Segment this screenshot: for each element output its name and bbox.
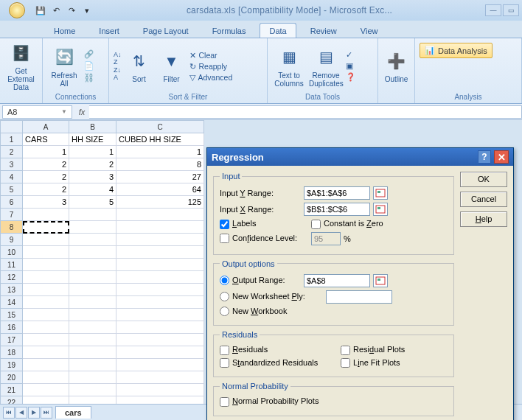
cell-A11[interactable] [23, 259, 69, 271]
help-button[interactable]: Help [460, 211, 507, 227]
consolidate-button[interactable]: ▣ [346, 61, 355, 70]
row-header-1[interactable]: 1 [1, 133, 23, 146]
restore-button[interactable]: ▭ [503, 4, 519, 16]
cell-B4[interactable]: 3 [69, 171, 116, 183]
confidence-checkbox[interactable]: Confidence Level: [220, 234, 308, 244]
cell-C4[interactable]: 27 [116, 171, 204, 183]
name-box[interactable]: A8▼ [2, 105, 72, 119]
sheet-nav-next[interactable]: ▶ [28, 407, 40, 419]
sheet-nav-first[interactable]: ⏮ [3, 407, 15, 419]
refselect-y-button[interactable] [373, 186, 388, 200]
cell-A7[interactable] [23, 209, 69, 221]
refselect-x-button[interactable] [373, 203, 388, 216]
row-header-5[interactable]: 5 [1, 183, 23, 196]
cell-C8[interactable] [116, 221, 204, 234]
cell-B21[interactable] [69, 384, 116, 396]
row-header-19[interactable]: 19 [1, 359, 23, 371]
cell-C20[interactable] [116, 371, 204, 384]
cell-B12[interactable] [69, 271, 116, 284]
cell-A14[interactable] [23, 296, 69, 309]
clear-button[interactable]: ✕ Clear [189, 51, 233, 60]
line-fit-plots-checkbox[interactable]: Line Fit Plots [341, 358, 400, 368]
worksheet-name-input[interactable] [326, 290, 392, 304]
cell-A17[interactable] [23, 334, 69, 346]
cell-B17[interactable] [69, 334, 116, 346]
advanced-button[interactable]: ▽ Advanced [189, 73, 233, 82]
cell-B11[interactable] [69, 259, 116, 271]
dialog-close-button[interactable]: ✕ [494, 150, 509, 164]
office-button[interactable] [3, 1, 31, 19]
cell-B10[interactable] [69, 246, 116, 259]
properties-button[interactable]: 📄 [84, 61, 94, 71]
cell-C9[interactable] [116, 234, 204, 246]
cell-A6[interactable]: 3 [23, 196, 69, 209]
cell-A13[interactable] [23, 284, 69, 296]
cell-A12[interactable] [23, 271, 69, 284]
row-header-15[interactable]: 15 [1, 309, 23, 321]
cell-C1[interactable]: CUBED HH SIZE [116, 133, 204, 146]
edit-links-button[interactable]: ⛓️ [84, 73, 94, 83]
normal-prob-checkbox[interactable]: Normal Probability Plots [220, 396, 319, 407]
cell-B5[interactable]: 4 [69, 183, 116, 196]
dialog-titlebar[interactable]: Regression ? ✕ [207, 148, 513, 166]
save-icon[interactable]: 💾 [34, 4, 47, 17]
undo-icon[interactable]: ↶ [49, 4, 63, 17]
tab-review[interactable]: Review [301, 23, 347, 38]
cell-A18[interactable] [23, 346, 69, 359]
col-header-B[interactable]: B [69, 121, 116, 133]
cell-C11[interactable] [116, 259, 204, 271]
std-residuals-checkbox[interactable]: Standardized Residuals [220, 358, 338, 368]
row-header-11[interactable]: 11 [1, 259, 23, 271]
row-header-16[interactable]: 16 [1, 321, 23, 334]
row-header-10[interactable]: 10 [1, 246, 23, 259]
cell-A16[interactable] [23, 321, 69, 334]
cell-C17[interactable] [116, 334, 204, 346]
row-header-8[interactable]: 8 [1, 221, 23, 234]
reapply-button[interactable]: ↻ Reapply [189, 62, 233, 71]
cell-C7[interactable] [116, 209, 204, 221]
fx-icon[interactable]: fx [74, 108, 89, 116]
sheet-nav-last[interactable]: ⏭ [41, 407, 52, 419]
sheet-tab-cars[interactable]: cars [55, 406, 91, 419]
sort-za-button[interactable]: Z↓A [114, 66, 122, 81]
row-header-13[interactable]: 13 [1, 284, 23, 296]
cell-A3[interactable]: 2 [23, 158, 69, 171]
output-range-input[interactable] [304, 274, 370, 287]
connections-button[interactable]: 🔗 [84, 49, 94, 59]
formula-input[interactable] [89, 105, 522, 119]
row-header-9[interactable]: 9 [1, 234, 23, 246]
row-header-4[interactable]: 4 [1, 171, 23, 183]
qat-dropdown-icon[interactable]: ▾ [80, 4, 94, 17]
cell-A15[interactable] [23, 309, 69, 321]
cell-C6[interactable]: 125 [116, 196, 204, 209]
cell-C14[interactable] [116, 296, 204, 309]
row-header-6[interactable]: 6 [1, 196, 23, 209]
data-analysis-button[interactable]: 📊Data Analysis [420, 43, 493, 58]
cell-A10[interactable] [23, 246, 69, 259]
cell-C5[interactable]: 64 [116, 183, 204, 196]
cell-A5[interactable]: 2 [23, 183, 69, 196]
cell-C3[interactable]: 8 [116, 158, 204, 171]
tab-insert[interactable]: Insert [89, 23, 129, 38]
cell-B1[interactable]: HH SIZE [69, 133, 116, 146]
row-header-21[interactable]: 21 [1, 384, 23, 396]
cell-B14[interactable] [69, 296, 116, 309]
input-x-range[interactable] [304, 203, 370, 216]
redo-icon[interactable]: ↷ [65, 4, 78, 17]
cell-B3[interactable]: 2 [69, 158, 116, 171]
col-header-C[interactable]: C [116, 121, 204, 133]
new-workbook-radio[interactable]: New Workbook [220, 307, 287, 317]
row-header-7[interactable]: 7 [1, 209, 23, 221]
row-header-2[interactable]: 2 [1, 146, 23, 158]
row-header-20[interactable]: 20 [1, 371, 23, 384]
cell-C15[interactable] [116, 309, 204, 321]
cell-C13[interactable] [116, 284, 204, 296]
cell-B7[interactable] [69, 209, 116, 221]
cell-A9[interactable] [23, 234, 69, 246]
refselect-out-button[interactable] [373, 274, 388, 287]
filter-button[interactable]: ▼Filter [157, 49, 187, 83]
cell-C12[interactable] [116, 271, 204, 284]
whatif-button[interactable]: ❓ [346, 72, 355, 82]
sort-button[interactable]: ⇅Sort [125, 49, 154, 83]
minimize-button[interactable]: — [485, 4, 501, 16]
